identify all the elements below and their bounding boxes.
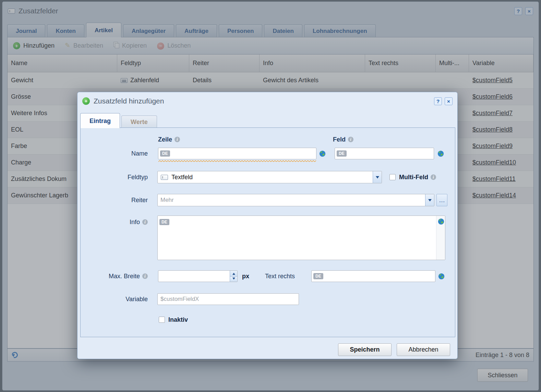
add-icon: + xyxy=(82,97,90,105)
multi-feld-label: Multi-Feld i xyxy=(399,171,436,183)
feld-column-label: Feld i xyxy=(333,135,353,144)
language-badge: DE xyxy=(160,150,170,157)
more-options-button[interactable]: … xyxy=(436,194,447,206)
dialog-title: Zusatzfeld hinzufügen xyxy=(94,97,164,105)
name-feld-input[interactable] xyxy=(347,148,434,159)
chevron-down-icon[interactable] xyxy=(373,171,382,183)
tab-eintrag[interactable]: Eintrag xyxy=(80,113,120,128)
name-label: Name xyxy=(89,148,148,159)
dialog-tabbar: Eintrag Werte xyxy=(80,113,455,128)
dialog-close-icon[interactable]: × xyxy=(445,97,453,105)
reiter-combobox xyxy=(157,194,434,206)
text-rechts-label: Text rechts xyxy=(265,270,295,282)
validation-wavy-underline xyxy=(158,160,316,162)
tab-werte[interactable]: Werte xyxy=(121,115,157,128)
zeile-column-label: Zeile i xyxy=(158,135,180,144)
text-rechts-input[interactable] xyxy=(323,271,435,282)
inaktiv-checkbox[interactable] xyxy=(159,317,165,323)
speichern-button[interactable]: Speichern xyxy=(338,343,392,356)
info-icon: i xyxy=(431,174,436,180)
dialog-help-icon[interactable]: ? xyxy=(434,97,442,105)
dialog-titlebar: + Zusatzfeld hinzufügen ? × xyxy=(77,92,457,110)
feldtyp-label: Feldtyp xyxy=(89,171,148,183)
textarea-gutter xyxy=(436,216,445,260)
spinner-down-icon[interactable] xyxy=(230,276,237,282)
feldtyp-value: Textfeld xyxy=(171,174,193,181)
info-icon: i xyxy=(348,137,353,142)
spinner-up-icon[interactable] xyxy=(230,271,237,276)
variable-input[interactable] xyxy=(158,294,299,305)
globe-icon[interactable] xyxy=(318,149,326,158)
name-feld-field: DE xyxy=(335,148,434,159)
text-field-icon xyxy=(161,175,168,180)
info-label: Info i xyxy=(89,216,148,228)
screen: Zusatzfelder ? × Journal Konten Artikel … xyxy=(0,0,541,392)
max-breite-input[interactable] xyxy=(158,271,230,282)
reiter-label: Reiter xyxy=(89,194,148,206)
name-zeile-field: DE xyxy=(158,148,316,159)
max-breite-field xyxy=(158,270,238,282)
info-icon: i xyxy=(142,273,148,279)
language-badge: DE xyxy=(337,150,347,157)
language-badge: DE xyxy=(313,273,323,279)
info-icon: i xyxy=(175,137,180,142)
variable-field xyxy=(157,293,299,305)
language-badge: DE xyxy=(159,219,169,225)
chevron-down-icon[interactable] xyxy=(425,194,434,206)
globe-icon[interactable] xyxy=(436,149,445,158)
add-custom-field-dialog: + Zusatzfeld hinzufügen ? × Eintrag Wert… xyxy=(77,92,458,359)
info-textarea-field: DE xyxy=(157,216,445,260)
abbrechen-button[interactable]: Abbrechen xyxy=(397,343,450,356)
max-breite-label: Max. Breite i xyxy=(89,270,148,282)
variable-label: Variable xyxy=(89,293,148,305)
globe-icon[interactable] xyxy=(437,272,445,280)
dialog-tools: ? × xyxy=(434,97,453,105)
text-rechts-field: DE xyxy=(311,270,435,282)
px-label: px xyxy=(242,270,249,282)
reiter-input[interactable] xyxy=(158,194,425,206)
globe-icon[interactable] xyxy=(437,217,445,225)
multi-feld-checkbox[interactable] xyxy=(389,174,396,180)
name-zeile-input[interactable] xyxy=(170,148,316,159)
feldtyp-combobox[interactable]: Textfeld xyxy=(157,171,382,183)
inaktiv-label: Inaktiv xyxy=(168,315,188,325)
number-spinner xyxy=(230,271,237,282)
info-textarea[interactable] xyxy=(169,216,436,260)
info-icon: i xyxy=(142,219,148,225)
